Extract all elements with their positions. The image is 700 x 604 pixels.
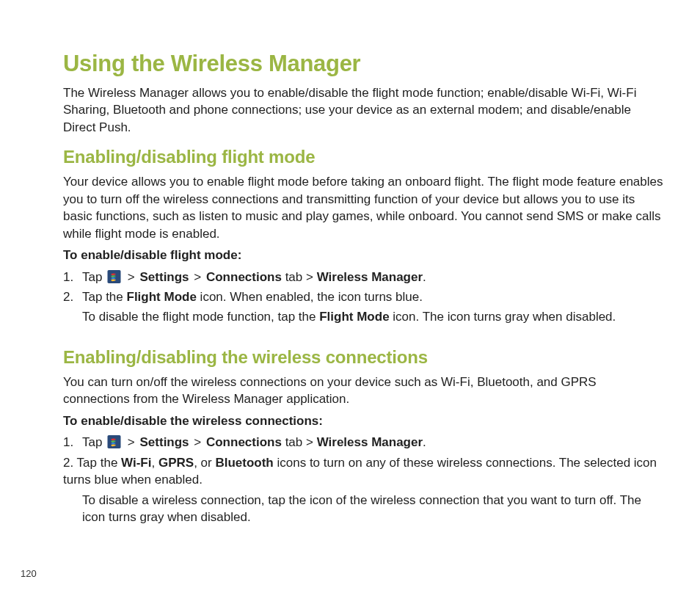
nav-connections: Connections <box>206 270 282 284</box>
flight-mode-label: Flight Mode <box>319 310 389 324</box>
step-text: icon. When enabled, the icon turns blue. <box>197 290 423 304</box>
breadcrumb-separator: > <box>124 435 138 449</box>
step-item: 2. Tap the Wi-Fi, GPRS, or Bluetooth ico… <box>63 454 665 489</box>
gprs-label: GPRS <box>158 456 194 470</box>
step-text: . <box>423 435 426 449</box>
instruction-label: To enable/disable flight mode: <box>63 247 665 263</box>
windows-start-icon <box>107 270 121 283</box>
step-text: 2. Tap the <box>63 456 121 470</box>
step-item: 1. Tap > Settings > Connections tab > Wi… <box>63 434 665 451</box>
nav-settings: Settings <box>140 435 189 449</box>
step-text: To disable the flight mode function, tap… <box>82 310 319 324</box>
flight-mode-label: Flight Mode <box>127 290 197 304</box>
section-heading: Enabling/disabling flight mode <box>63 145 665 169</box>
step-number: 1. <box>63 434 73 451</box>
windows-start-icon <box>107 435 121 448</box>
step-number: 2. <box>63 288 73 305</box>
step-text: Tap the <box>82 290 127 304</box>
step-text: Tap <box>82 270 106 284</box>
breadcrumb-separator: > <box>191 270 205 284</box>
page-title: Using the Wireless Manager <box>63 48 665 80</box>
step-text: tab > <box>282 435 317 449</box>
step-item: 1. Tap > Settings > Connections tab > Wi… <box>63 269 665 285</box>
step-text: , <box>151 456 158 470</box>
wifi-label: Wi-Fi <box>121 456 151 470</box>
section-paragraph: You can turn on/off the wireless connect… <box>63 374 665 408</box>
section-wireless-connections: Enabling/disabling the wireless connecti… <box>63 345 665 526</box>
nav-settings: Settings <box>140 270 189 284</box>
step-text: Tap <box>82 435 106 449</box>
instruction-label: To enable/disable the wireless connectio… <box>63 412 665 429</box>
intro-paragraph: The Wireless Manager allows you to enabl… <box>63 84 665 136</box>
step-text: . <box>423 270 426 284</box>
bluetooth-label: Bluetooth <box>215 456 273 470</box>
step-item: 2. Tap the Flight Mode icon. When enable… <box>63 288 665 305</box>
section-paragraph: Your device allows you to enable flight … <box>63 173 665 242</box>
steps-list: 1. Tap > Settings > Connections tab > Wi… <box>63 269 665 306</box>
step-note: To disable a wireless connection, tap th… <box>63 492 665 526</box>
section-flight-mode: Enabling/disabling flight mode Your devi… <box>63 145 665 326</box>
breadcrumb-separator: > <box>124 270 138 284</box>
nav-wireless-manager: Wireless Manager <box>317 435 423 449</box>
page-number: 120 <box>21 567 37 581</box>
step-text: icon. The icon turns gray when disabled. <box>390 310 616 324</box>
section-heading: Enabling/disabling the wireless connecti… <box>63 345 665 369</box>
breadcrumb-separator: > <box>191 435 205 449</box>
steps-list: 1. Tap > Settings > Connections tab > Wi… <box>63 434 665 451</box>
step-text: , or <box>194 456 215 470</box>
step-number: 1. <box>63 269 73 285</box>
nav-connections: Connections <box>206 435 282 449</box>
step-text: tab > <box>282 270 317 284</box>
step-note: To disable the flight mode function, tap… <box>63 308 665 325</box>
nav-wireless-manager: Wireless Manager <box>317 270 423 284</box>
